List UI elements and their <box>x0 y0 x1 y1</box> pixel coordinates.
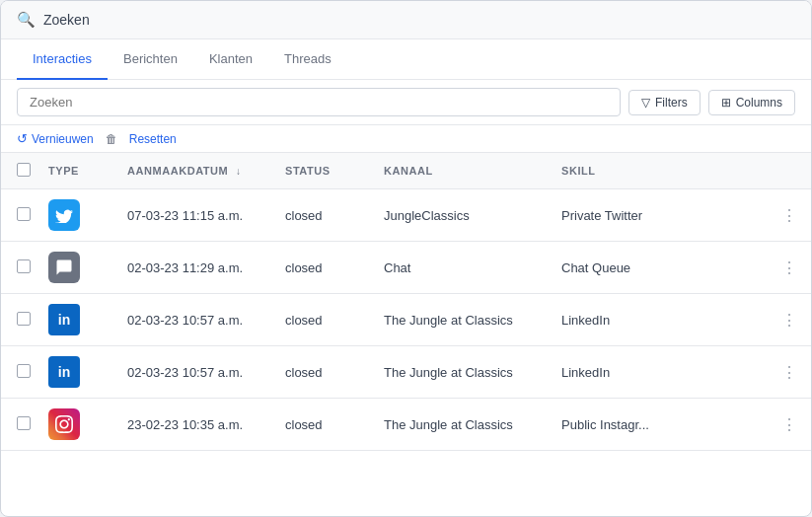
table-row: in 02-03-23 10:57 a.m. closed The Jungle… <box>1 294 811 346</box>
row-more-cell: ⋮ <box>768 294 811 346</box>
row-type-cell: in <box>40 294 119 346</box>
table-row: 02-03-23 11:29 a.m. closed Chat Chat Que… <box>1 242 811 294</box>
row-type-cell <box>40 242 119 294</box>
row-checkbox-cell <box>1 346 40 399</box>
row-skill-cell: Private Twitter <box>554 189 768 242</box>
table-row: 07-03-23 11:15 a.m. closed JungleClassic… <box>1 189 811 242</box>
app-container: 🔍 Zoeken Interacties Berichten Klanten T… <box>0 0 812 517</box>
row-checkbox-cell <box>1 399 40 451</box>
table-container: TYPE AANMAAKDATUM ↓ STATUS KANAAL SKILL <box>1 153 811 516</box>
row-skill-cell: LinkedIn <box>554 346 768 399</box>
header-aanmaakdatum[interactable]: AANMAAKDATUM ↓ <box>119 153 277 189</box>
row-date-cell: 07-03-23 11:15 a.m. <box>119 189 277 242</box>
tab-klanten[interactable]: Klanten <box>193 39 268 80</box>
instagram-icon <box>48 408 80 440</box>
sort-down-icon: ↓ <box>236 166 242 177</box>
header-skill: SKILL <box>554 153 768 189</box>
row-checkbox[interactable] <box>17 416 31 430</box>
row-skill-cell: Chat Queue <box>554 242 768 294</box>
row-more-button[interactable]: ⋮ <box>775 204 803 227</box>
row-skill-cell: LinkedIn <box>554 294 768 346</box>
row-status-cell: closed <box>277 189 376 242</box>
reset-label: Resetten <box>129 132 177 146</box>
data-table: TYPE AANMAAKDATUM ↓ STATUS KANAAL SKILL <box>1 153 811 451</box>
row-status-cell: closed <box>277 399 376 451</box>
filters-label: Filters <box>655 96 688 110</box>
tab-interacties[interactable]: Interacties <box>17 39 108 80</box>
row-more-cell: ⋮ <box>768 242 811 294</box>
trash-icon: 🗑 <box>106 132 117 146</box>
columns-button[interactable]: ⊞ Columns <box>708 90 795 115</box>
table-header-row: TYPE AANMAAKDATUM ↓ STATUS KANAAL SKILL <box>1 153 811 189</box>
table-row: in 02-03-23 10:57 a.m. closed The Jungle… <box>1 346 811 399</box>
row-checkbox-cell <box>1 189 40 242</box>
header-checkbox-col <box>1 153 40 189</box>
row-more-cell: ⋮ <box>768 399 811 451</box>
toolbar: ▽ Filters ⊞ Columns <box>1 80 811 125</box>
row-status-cell: closed <box>277 294 376 346</box>
row-more-button[interactable]: ⋮ <box>775 309 803 332</box>
table-row: 23-02-23 10:35 a.m. closed The Jungle at… <box>1 399 811 451</box>
filters-button[interactable]: ▽ Filters <box>628 90 701 115</box>
row-checkbox[interactable] <box>17 364 31 378</box>
row-more-button[interactable]: ⋮ <box>775 413 803 436</box>
row-status-cell: closed <box>277 242 376 294</box>
linkedin-icon: in <box>48 356 80 388</box>
header-actions <box>768 153 811 189</box>
refresh-link[interactable]: ↺ Vernieuwen <box>17 131 94 146</box>
row-checkbox-cell <box>1 242 40 294</box>
row-date-cell: 02-03-23 11:29 a.m. <box>119 242 277 294</box>
row-channel-cell: The Jungle at Classics <box>376 346 554 399</box>
columns-icon: ⊞ <box>721 96 731 110</box>
row-skill-cell: Public Instagr... <box>554 399 768 451</box>
linkedin-icon: in <box>48 304 80 335</box>
tabs-bar: Interacties Berichten Klanten Threads <box>1 39 811 80</box>
search-input[interactable] <box>17 88 621 116</box>
row-type-cell <box>40 399 119 451</box>
actions-bar: ↺ Vernieuwen 🗑 Resetten <box>1 125 811 153</box>
row-channel-cell: Chat <box>376 242 554 294</box>
row-checkbox[interactable] <box>17 259 31 273</box>
refresh-label: Vernieuwen <box>32 132 94 146</box>
row-more-button[interactable]: ⋮ <box>775 361 803 384</box>
row-date-cell: 02-03-23 10:57 a.m. <box>119 294 277 346</box>
row-date-cell: 02-03-23 10:57 a.m. <box>119 346 277 399</box>
row-channel-cell: The Jungle at Classics <box>376 399 554 451</box>
tab-threads[interactable]: Threads <box>268 39 347 80</box>
row-more-cell: ⋮ <box>768 189 811 242</box>
row-date-cell: 23-02-23 10:35 a.m. <box>119 399 277 451</box>
row-checkbox[interactable] <box>17 312 31 326</box>
toolbar-buttons: ▽ Filters ⊞ Columns <box>628 90 795 115</box>
row-more-button[interactable]: ⋮ <box>775 257 803 279</box>
row-type-cell: in <box>40 346 119 399</box>
row-checkbox-cell <box>1 294 40 346</box>
filter-icon: ▽ <box>641 96 650 110</box>
search-header: 🔍 Zoeken <box>1 1 811 39</box>
row-more-cell: ⋮ <box>768 346 811 399</box>
row-channel-cell: The Jungle at Classics <box>376 294 554 346</box>
row-checkbox[interactable] <box>17 207 31 221</box>
chat-icon <box>48 252 80 283</box>
search-input-wrapper <box>17 88 621 116</box>
search-icon: 🔍 <box>17 11 36 29</box>
columns-label: Columns <box>736 96 782 110</box>
row-status-cell: closed <box>277 346 376 399</box>
twitter-icon <box>48 199 80 231</box>
row-type-cell <box>40 189 119 242</box>
row-channel-cell: JungleClassics <box>376 189 554 242</box>
search-header-title: Zoeken <box>43 12 90 28</box>
header-status: STATUS <box>277 153 376 189</box>
refresh-icon: ↺ <box>17 131 28 146</box>
tab-berichten[interactable]: Berichten <box>108 39 193 80</box>
select-all-checkbox[interactable] <box>17 163 31 177</box>
reset-link[interactable]: Resetten <box>129 132 177 146</box>
header-type: TYPE <box>40 153 119 189</box>
header-kanaal: KANAAL <box>376 153 554 189</box>
